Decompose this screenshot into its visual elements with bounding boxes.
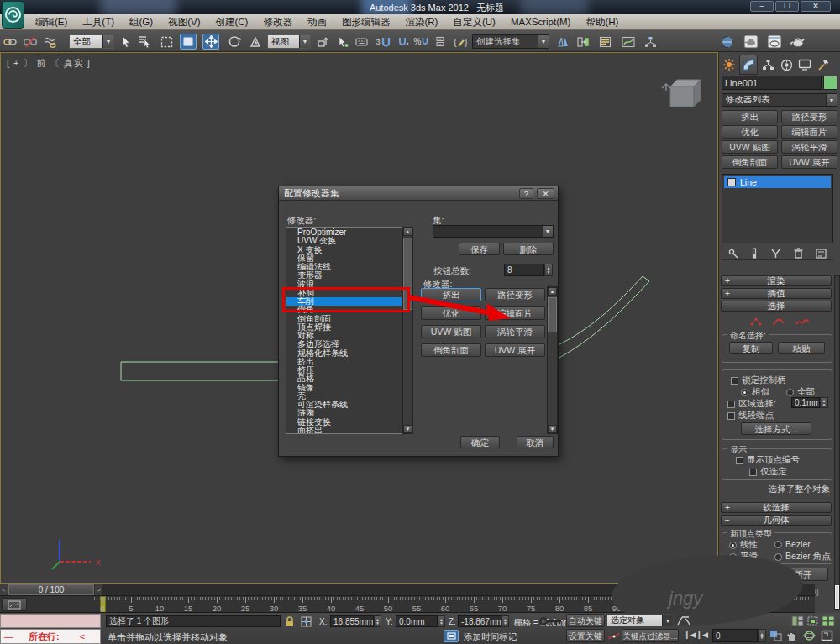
menu-item[interactable]: 编辑(E) <box>28 14 75 29</box>
panel-modifier-button[interactable]: 挤出 <box>722 110 778 123</box>
object-name-field[interactable]: Line001 <box>722 76 822 90</box>
y-coord-spinner[interactable]: ▲▼ <box>438 615 445 627</box>
show-end-result-icon[interactable] <box>751 248 758 259</box>
dialog-list-scrollbar[interactable]: ▲ ▼ <box>402 227 413 434</box>
menu-item[interactable]: 帮助(H) <box>578 14 626 29</box>
isolate-toggle-icon[interactable] <box>444 630 459 642</box>
time-slider-handle[interactable]: 0 / 100 <box>8 584 94 595</box>
dialog-modifier-button[interactable]: UVW 展开 <box>485 343 545 357</box>
tab-create[interactable] <box>721 56 738 73</box>
segment-end-checkbox[interactable] <box>727 412 735 420</box>
panel-scrollbar-thumb[interactable] <box>835 585 839 609</box>
modifier-list-item[interactable]: 对称 <box>286 332 402 340</box>
panel-modifier-button[interactable]: 涡轮平滑 <box>781 140 837 154</box>
bind-to-space-warp-icon[interactable] <box>42 34 59 50</box>
pan-view-icon[interactable] <box>786 630 798 641</box>
y-coord-field[interactable]: 0.0mm <box>396 615 438 627</box>
panel-modifier-button[interactable]: 路径变形 <box>781 110 837 123</box>
orbit-view-icon[interactable] <box>803 630 816 641</box>
minimize-button[interactable]: – <box>750 1 774 12</box>
spline-sub-object-icon[interactable] <box>795 317 810 327</box>
ok-button[interactable]: 确定 <box>460 436 500 448</box>
menu-item[interactable]: MAXScript(M) <box>503 14 579 29</box>
rollout-selection[interactable]: −选择 <box>721 301 832 312</box>
dialog-help-button[interactable]: ? <box>519 188 533 199</box>
select-and-manipulate-icon[interactable] <box>334 34 351 50</box>
menu-item[interactable]: 视图(V) <box>160 14 207 29</box>
go-to-start-icon[interactable]: ❙◀❙◀ <box>684 631 708 639</box>
menu-item[interactable]: 图形编辑器 <box>334 14 398 29</box>
modifier-list-item[interactable]: 规格化样条线 <box>286 349 402 358</box>
current-frame-spinner[interactable]: ▲▼ <box>758 629 766 642</box>
select-and-rotate-icon[interactable] <box>226 34 243 50</box>
delete-button[interactable]: 删除 <box>503 243 554 255</box>
tab-display[interactable] <box>796 56 813 73</box>
panel-modifier-button[interactable]: UVW 展开 <box>781 155 837 169</box>
select-by-button[interactable]: 选择方式... <box>741 422 811 435</box>
modifier-list-item[interactable]: 多边形选择 <box>286 340 402 348</box>
viewport-label[interactable]: [ + 〕 前 〔 真实 ] <box>7 57 91 70</box>
menu-item[interactable]: 组(G) <box>122 14 160 29</box>
absolute-offset-mode-icon[interactable] <box>300 615 312 628</box>
select-and-move-icon[interactable] <box>202 34 219 50</box>
modifier-list-item[interactable]: 编辑法线 <box>286 263 402 271</box>
snap-toggle-3d-icon[interactable]: 3 <box>375 34 391 50</box>
maxscript-listener-white[interactable]: — 所在行: < <box>0 629 101 644</box>
show-vertex-numbers-checkbox[interactable] <box>736 457 743 464</box>
panel-modifier-button[interactable]: 倒角剖面 <box>722 155 778 169</box>
select-and-scale-icon[interactable] <box>247 34 264 50</box>
bezier-corner-radio[interactable] <box>774 553 782 561</box>
window-crossing-toggle[interactable] <box>180 34 197 50</box>
modifier-list-item[interactable]: X 变换 <box>286 246 402 254</box>
key-filters-button[interactable]: 关键点过滤器... <box>622 629 679 642</box>
open-mini-curve-editor-button[interactable] <box>2 598 27 611</box>
modifier-list-item[interactable]: 倒角剖面 <box>286 315 402 323</box>
menu-item[interactable]: 渲染(R) <box>397 14 445 29</box>
copy-button[interactable]: 复制 <box>729 342 773 354</box>
modifier-list-item[interactable]: 晶格 <box>286 374 402 383</box>
modifier-list-item[interactable]: 顶点焊接 <box>286 323 402 332</box>
render-setup-icon[interactable] <box>743 34 759 50</box>
edit-named-selection-sets-icon[interactable]: {} <box>452 34 469 50</box>
tab-modify[interactable] <box>739 55 758 75</box>
use-pivot-point-icon[interactable] <box>314 34 331 50</box>
rollout-rendering[interactable]: +渲染 <box>721 275 832 286</box>
mirror-icon[interactable] <box>554 34 571 50</box>
default-tangent-icon[interactable] <box>677 615 690 626</box>
total-buttons-spinner[interactable]: ▲▼ <box>544 264 553 276</box>
modifier-list-item[interactable]: 挤出 <box>286 358 402 366</box>
tab-motion[interactable] <box>778 56 795 73</box>
menu-item[interactable]: 创建(C) <box>207 14 255 29</box>
modifier-list-item[interactable]: 保留 <box>286 254 402 263</box>
named-selection-sets-dropdown[interactable]: 创建选择集▼ <box>472 34 549 49</box>
make-unique-icon[interactable] <box>770 249 781 259</box>
modifier-list-item[interactable]: 链接变换 <box>286 418 402 427</box>
reference-coordinate-dropdown[interactable]: 视图▼ <box>267 34 311 49</box>
area-selection-spinner[interactable]: ▲▼ <box>820 397 828 408</box>
alike-radio[interactable] <box>741 389 748 396</box>
modifier-stack-entry[interactable]: Line <box>724 176 831 188</box>
application-button[interactable] <box>2 1 24 29</box>
menu-item[interactable]: 工具(T) <box>75 14 122 29</box>
remove-modifier-icon[interactable] <box>794 248 803 259</box>
menu-item[interactable]: 动画 <box>300 14 334 29</box>
angle-snap-toggle-icon[interactable] <box>395 34 412 50</box>
add-time-tag[interactable]: 添加时间标记 <box>464 631 517 643</box>
dialog-close-button[interactable]: ✕ <box>537 188 554 199</box>
modifier-list-item[interactable]: 可渲染样条线 <box>286 401 402 409</box>
unlink-selection-icon[interactable] <box>22 34 39 50</box>
rollout-interpolation[interactable]: +插值 <box>721 288 832 299</box>
dialog-sets-dropdown[interactable]: ▼ <box>433 225 554 238</box>
percent-snap-toggle-icon[interactable]: % <box>413 34 430 50</box>
viewcube[interactable] <box>659 76 706 112</box>
rendered-frame-window-icon[interactable] <box>766 34 783 50</box>
cancel-button[interactable]: 取消 <box>517 436 554 448</box>
menu-item[interactable]: 修改器 <box>255 14 300 29</box>
select-by-name-icon[interactable] <box>136 34 153 50</box>
key-mode-toggle-icon[interactable] <box>769 630 782 641</box>
bezier-radio[interactable] <box>774 541 782 548</box>
modifier-list-item[interactable]: 涟漪 <box>286 409 402 417</box>
new-key-curve-icon[interactable] <box>608 631 620 641</box>
object-color-swatch[interactable] <box>823 76 837 90</box>
menu-item[interactable]: 自定义(U) <box>445 14 502 29</box>
